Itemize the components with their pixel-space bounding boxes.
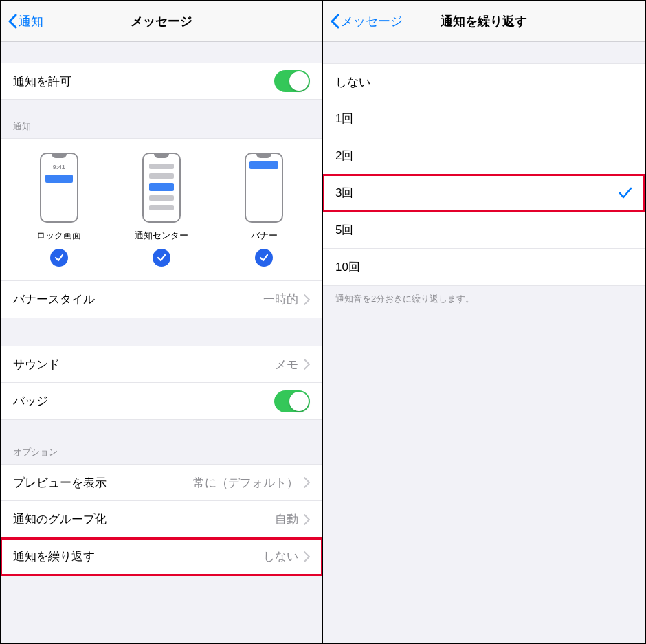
- checkmark-icon: [619, 187, 632, 199]
- preview-value: 常に（デフォルト）: [193, 475, 298, 491]
- banner-preview-icon: [245, 153, 283, 223]
- right-pane: メッセージ 通知を繰り返す しない1回2回3回5回10回 通知音を2分おきに繰り…: [323, 1, 645, 643]
- chevron-right-icon: [304, 359, 310, 370]
- center-label: 通知センター: [135, 230, 188, 242]
- preview-row[interactable]: プレビューを表示 常に（デフォルト）: [1, 464, 322, 501]
- repeat-option-label: 1回: [335, 111, 632, 126]
- allow-notifications-label: 通知を許可: [13, 74, 274, 89]
- alert-option-center[interactable]: 通知センター: [120, 153, 203, 267]
- page-title-right: 通知を繰り返す: [441, 13, 527, 30]
- grouping-row[interactable]: 通知のグループ化 自動: [1, 501, 322, 538]
- center-preview-icon: [142, 153, 181, 223]
- badge-label: バッジ: [13, 393, 274, 409]
- repeat-option-label: 10回: [335, 259, 632, 275]
- alerts-header: 通知: [1, 115, 322, 138]
- banner-style-value: 一時的: [263, 291, 298, 307]
- content-right: しない1回2回3回5回10回 通知音を2分おきに繰り返します。: [323, 42, 645, 643]
- alert-option-banner[interactable]: バナー: [223, 153, 305, 267]
- repeat-option-row[interactable]: 2回: [323, 137, 645, 175]
- repeat-option-row[interactable]: 3回: [323, 175, 645, 212]
- lockscreen-preview-icon: 9:41: [40, 153, 78, 223]
- back-button-right[interactable]: メッセージ: [330, 13, 403, 30]
- back-label: 通知: [19, 13, 43, 30]
- sound-value: メモ: [275, 357, 298, 373]
- lockscreen-label: ロック画面: [36, 230, 81, 242]
- chevron-right-icon: [304, 477, 310, 488]
- chevron-right-icon: [304, 551, 310, 562]
- navbar-left: 通知 メッセージ: [1, 1, 322, 42]
- chevron-right-icon: [304, 514, 310, 525]
- navbar-right: メッセージ 通知を繰り返す: [323, 1, 645, 42]
- repeat-option-label: 2回: [335, 148, 632, 164]
- lockscreen-time: 9:41: [41, 164, 77, 170]
- repeat-option-label: しない: [335, 74, 632, 90]
- repeat-row[interactable]: 通知を繰り返す しない: [1, 538, 322, 575]
- banner-label: バナー: [251, 230, 278, 242]
- back-button-left[interactable]: 通知: [8, 13, 43, 30]
- alert-option-lockscreen[interactable]: 9:41 ロック画面: [18, 153, 100, 267]
- badge-row[interactable]: バッジ: [1, 383, 322, 420]
- alerts-panel: 9:41 ロック画面: [1, 138, 322, 281]
- content-left: 通知を許可 通知 9:41 ロック画面: [1, 42, 322, 643]
- repeat-option-label: 3回: [335, 185, 619, 201]
- preview-label: プレビューを表示: [13, 475, 193, 491]
- repeat-option-row[interactable]: 10回: [323, 249, 645, 286]
- repeat-label: 通知を繰り返す: [13, 548, 263, 564]
- badge-switch[interactable]: [274, 390, 310, 412]
- repeat-option-label: 5回: [335, 222, 632, 238]
- options-header: オプション: [1, 441, 322, 464]
- lockscreen-check-icon: [50, 249, 68, 267]
- repeat-value: しない: [263, 548, 298, 564]
- left-pane: 通知 メッセージ 通知を許可 通知 9:41 ロック画面: [1, 1, 323, 643]
- chevron-left-icon: [330, 14, 339, 29]
- sound-label: サウンド: [13, 357, 275, 373]
- grouping-value: 自動: [275, 511, 298, 527]
- center-check-icon: [153, 249, 170, 267]
- repeat-option-row[interactable]: 1回: [323, 100, 645, 137]
- grouping-label: 通知のグループ化: [13, 511, 275, 527]
- repeat-option-row[interactable]: 5回: [323, 212, 645, 249]
- banner-style-row[interactable]: バナースタイル 一時的: [1, 281, 322, 318]
- page-title-left: メッセージ: [131, 13, 192, 30]
- repeat-option-row[interactable]: しない: [323, 63, 645, 100]
- chevron-left-icon: [8, 14, 17, 29]
- repeat-footer: 通知音を2分おきに繰り返します。: [323, 286, 645, 312]
- banner-style-label: バナースタイル: [13, 291, 263, 307]
- allow-notifications-row[interactable]: 通知を許可: [1, 63, 322, 100]
- chevron-right-icon: [304, 294, 310, 305]
- sound-row[interactable]: サウンド メモ: [1, 346, 322, 383]
- banner-check-icon: [255, 249, 273, 267]
- back-label: メッセージ: [341, 13, 403, 30]
- allow-notifications-switch[interactable]: [274, 70, 310, 92]
